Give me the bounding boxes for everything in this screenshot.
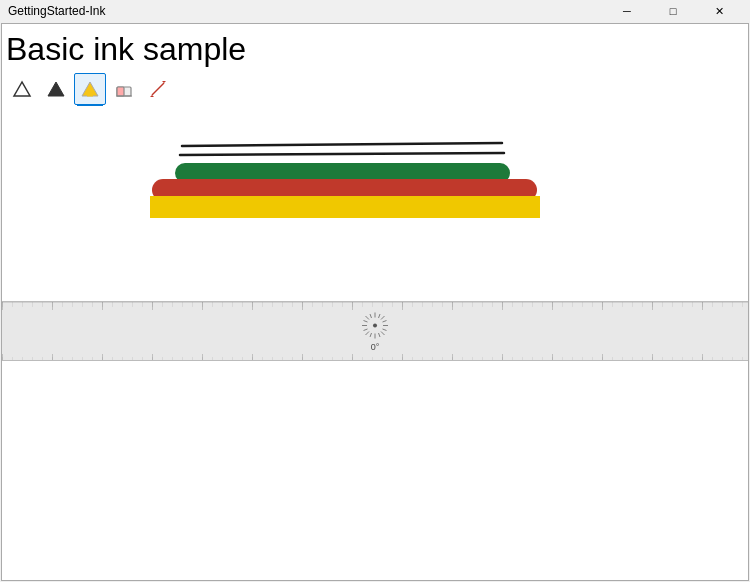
pen-tool-3[interactable]: [74, 73, 106, 105]
ruler-tool[interactable]: [142, 73, 174, 105]
svg-line-7: [152, 83, 164, 95]
svg-point-41: [373, 324, 377, 328]
main-window: Basic ink sample: [1, 23, 749, 581]
ruler[interactable]: // We'll do this purely in SVG with a pa…: [2, 301, 748, 361]
svg-line-30: [381, 332, 385, 336]
app-title: GettingStarted-Ink: [8, 4, 105, 18]
page-title: Basic ink sample: [2, 24, 748, 71]
pen2-icon: [45, 78, 67, 100]
pen-tool-1[interactable]: [6, 73, 38, 105]
ruler-angle-display: 0°: [360, 311, 390, 352]
angle-sunburst-icon: [360, 311, 390, 341]
svg-rect-14: [150, 196, 540, 218]
pencil-icon: [147, 78, 169, 100]
toolbar: [2, 71, 748, 111]
svg-line-34: [383, 329, 387, 331]
svg-marker-1: [48, 82, 64, 96]
svg-marker-0: [14, 82, 30, 96]
svg-rect-22: [2, 302, 748, 310]
svg-line-29: [366, 316, 370, 320]
svg-line-38: [364, 329, 368, 331]
svg-line-11: [180, 153, 504, 155]
svg-line-39: [379, 314, 381, 318]
svg-line-37: [383, 321, 387, 323]
maximize-button[interactable]: □: [650, 0, 696, 22]
svg-rect-24: [2, 354, 748, 360]
pen3-icon: [79, 78, 101, 100]
svg-line-35: [370, 314, 372, 318]
close-button[interactable]: ✕: [696, 0, 742, 22]
title-bar: GettingStarted-Ink ─ □ ✕: [0, 0, 750, 22]
svg-line-36: [379, 333, 381, 337]
svg-line-32: [366, 332, 370, 336]
minimize-button[interactable]: ─: [604, 0, 650, 22]
pen-tool-2[interactable]: [40, 73, 72, 105]
angle-label: 0°: [371, 342, 380, 352]
window-controls: ─ □ ✕: [604, 0, 742, 22]
svg-line-31: [381, 316, 385, 320]
svg-line-10: [182, 143, 502, 146]
canvas-area[interactable]: // We'll do this purely in SVG with a pa…: [2, 111, 748, 580]
svg-line-33: [364, 321, 368, 323]
svg-marker-8: [150, 95, 154, 97]
svg-rect-5: [117, 87, 124, 96]
svg-marker-9: [162, 81, 166, 83]
eraser-icon: [113, 78, 135, 100]
pen1-icon: [11, 78, 33, 100]
svg-line-40: [370, 333, 372, 337]
eraser-tool[interactable]: [108, 73, 140, 105]
